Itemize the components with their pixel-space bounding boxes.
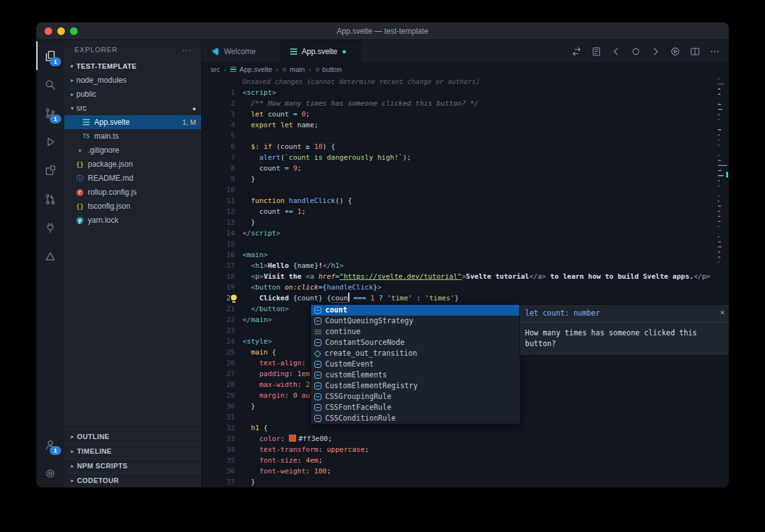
compare-changes-icon[interactable] (572, 46, 582, 57)
suggestion-customevent[interactable]: CustomEvent (311, 359, 520, 370)
sidebar-sections: ▸OUTLINE▸TIMELINE▸NPM SCRIPTS▸CODETOUR (64, 429, 201, 487)
svelte-icon (230, 67, 236, 73)
tab-welcome[interactable]: Welcome (202, 40, 281, 62)
code-line[interactable]: 8 count = 9; (202, 163, 717, 174)
lightbulb-icon[interactable] (230, 295, 238, 304)
triangle-extension-button[interactable] (36, 242, 64, 270)
navigate-forward-icon[interactable] (650, 46, 661, 57)
workspace-root-folder[interactable]: ▾ TEST-TEMPLATE (64, 59, 201, 73)
modified-dot: ● (342, 47, 347, 55)
suggestion-customelementregistry[interactable]: CustomElementRegistry (311, 381, 520, 391)
explorer-sidebar: EXPLORER ··· ▾ TEST-TEMPLATE ▸node_modul… (64, 40, 202, 487)
code-line[interactable]: 13 } (202, 217, 717, 228)
suggestion-constantsourcenode[interactable]: ConstantSourceNode (311, 337, 520, 348)
breadcrumb-item-button[interactable]: ◇button (315, 66, 342, 73)
rollup-icon: r (75, 189, 85, 196)
line-number: 9 (202, 174, 242, 185)
suggestion-count[interactable]: count (311, 305, 520, 316)
suggestion-label: CountQueuingStrategy (325, 316, 413, 326)
code-line[interactable]: 6 $: if (count ≥ 10) { (202, 141, 717, 152)
titlebar: App.svelte — test-template (36, 22, 729, 40)
go-to-icon[interactable] (631, 46, 641, 57)
source-control-button[interactable]: 1 (36, 99, 64, 127)
sidebar-section-codetour[interactable]: ▸CODETOUR (64, 473, 201, 487)
chevron-down-icon: ▾ (67, 63, 76, 69)
sidebar-section-outline[interactable]: ▸OUTLINE (64, 429, 201, 444)
tree-item-public[interactable]: ▸public (64, 87, 201, 101)
suggestion-create_out_transition[interactable]: create_out_transition (311, 348, 520, 359)
open-changes-icon[interactable] (591, 46, 601, 57)
code-line[interactable]: 19 <button on:click={handleClick}> (202, 282, 717, 293)
extensions-button[interactable] (36, 156, 64, 185)
breadcrumb-item-src[interactable]: src (211, 66, 220, 73)
run-debug-button[interactable] (36, 127, 64, 156)
variable-icon (314, 372, 321, 379)
explorer-button[interactable]: 1 (36, 41, 64, 70)
suggestion-label: CSSConditionRule (325, 413, 396, 424)
chevron-right-icon: ▸ (68, 448, 77, 454)
code-line[interactable]: 34 text-transform: uppercase; (202, 444, 717, 455)
tree-item-app-svelte[interactable]: App.svelte1, M (64, 115, 201, 129)
close-icon[interactable]: × (720, 308, 725, 316)
suggestion-label: CSSFontFaceRule (325, 402, 391, 413)
navigate-back-icon[interactable] (611, 46, 621, 57)
tree-item-main-ts[interactable]: TSmain.ts (64, 129, 201, 143)
code-editor[interactable]: Unsaved changes (cannot determine recent… (202, 76, 729, 487)
search-button[interactable] (36, 70, 64, 99)
more-actions-icon[interactable]: ··· (182, 45, 192, 55)
sidebar-section-npm-scripts[interactable]: ▸NPM SCRIPTS (64, 458, 201, 473)
code-line[interactable]: 33 color: #ff3e00; (202, 433, 717, 444)
code-line[interactable]: 16<main> (202, 249, 717, 260)
code-line[interactable]: 4 export let name; (202, 120, 717, 130)
code-line[interactable]: 7 alert(`count is dangerously high!`); (202, 152, 717, 163)
github-pr-button[interactable] (36, 185, 64, 213)
code-line[interactable]: 20 Clicked {count} {coun === 1 ? 'time' … (202, 293, 717, 304)
sidebar-section-timeline[interactable]: ▸TIMELINE (64, 444, 201, 458)
breadcrumb-item-app-svelte[interactable]: App.svelte (230, 66, 272, 73)
remote-explorer-button[interactable] (36, 213, 64, 242)
suggestion-continue[interactable]: continue (311, 326, 520, 337)
code-line[interactable]: 1<script> (202, 87, 717, 98)
tree-item-yarn-lock[interactable]: yyarn.lock (64, 213, 201, 227)
tree-item-tsconfig-json[interactable]: {}tsconfig.json (64, 199, 201, 213)
code-line[interactable]: 11 function handleClick() { (202, 195, 717, 206)
suggestion-cssfontfacerule[interactable]: CSSFontFaceRule (311, 402, 520, 413)
code-line[interactable]: 10 (202, 185, 717, 195)
code-line[interactable]: 12 count += 1; (202, 206, 717, 217)
code-line[interactable]: 14</script> (202, 228, 717, 239)
more-actions-icon[interactable] (710, 46, 720, 57)
code-line[interactable]: 9 } (202, 174, 717, 185)
close-window-button[interactable] (45, 27, 52, 35)
code-line[interactable]: 15 (202, 239, 717, 249)
suggestion-countqueuingstrategy[interactable]: CountQueuingStrategy (311, 316, 520, 326)
split-editor-icon[interactable] (690, 46, 700, 57)
tree-item-src[interactable]: ▾src● (64, 101, 201, 115)
zoom-window-button[interactable] (70, 27, 78, 35)
code-line[interactable]: 37 } (202, 477, 717, 487)
code-line[interactable]: 36 font-weight: 100; (202, 466, 717, 477)
json-icon: {} (75, 203, 85, 210)
minimap[interactable] (717, 76, 729, 487)
tree-item-readme-md[interactable]: ⓘREADME.md (64, 171, 201, 185)
run-icon[interactable] (670, 46, 680, 57)
code-line[interactable]: 35 font-size: 4em; (202, 455, 717, 466)
suggestion-cssconditionrule[interactable]: CSSConditionRule (311, 413, 520, 424)
tab-app-svelte[interactable]: App.svelte● (281, 40, 361, 62)
accounts-button[interactable]: 1 (36, 430, 64, 459)
section-label: CODETOUR (77, 477, 119, 484)
code-line[interactable]: 5 (202, 130, 717, 141)
tree-item-rollup-config-js[interactable]: rrollup.config.js (64, 185, 201, 199)
symbol-icon: ◇ (315, 66, 319, 72)
minimize-window-button[interactable] (57, 27, 65, 35)
suggestion-cssgroupingrule[interactable]: CSSGroupingRule (311, 391, 520, 402)
code-line[interactable]: 18 <p>Visit the <a href="https://svelte.… (202, 271, 717, 282)
settings-gear-button[interactable] (36, 459, 64, 487)
code-line[interactable]: 17 <h1>Hello {name}!</h1> (202, 260, 717, 271)
code-line[interactable]: 2 /** How many times has someone clicked… (202, 98, 717, 109)
tree-item-package-json[interactable]: {}package.json (64, 157, 201, 171)
tree-item--gitignore[interactable]: ◆.gitignore (64, 143, 201, 157)
breadcrumb-item-main[interactable]: ◇main (282, 66, 305, 73)
tree-item-node-modules[interactable]: ▸node_modules (64, 73, 201, 87)
code-line[interactable]: 3 let count = 0; (202, 109, 717, 120)
suggestion-customelements[interactable]: customElements (311, 370, 520, 381)
